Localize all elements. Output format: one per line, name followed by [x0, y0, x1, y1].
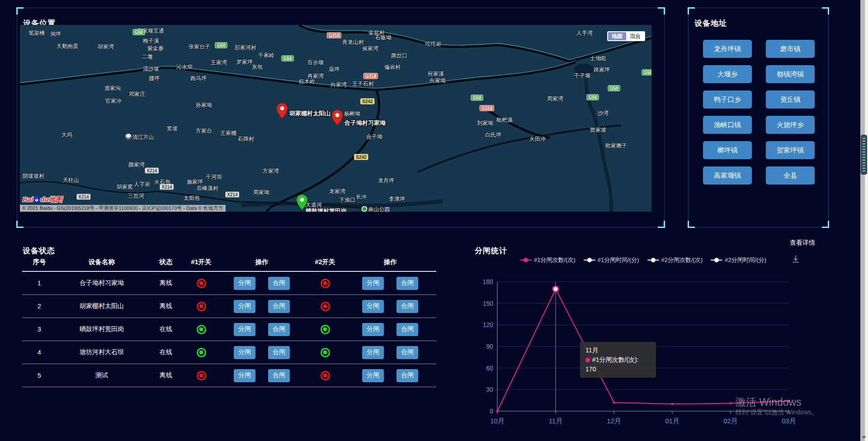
legend-item[interactable]: #2分闸时间/(分) — [711, 256, 766, 264]
map-place-label: 刘家坳 — [477, 119, 493, 127]
open-switch-button[interactable]: 分闸 — [362, 300, 384, 313]
open-switch-button[interactable]: 分闸 — [362, 323, 384, 336]
map-place-label: 贯坡 — [167, 125, 178, 133]
address-button[interactable]: 榔坪镇 — [703, 141, 752, 159]
map-place-label: 流沙坡 — [143, 65, 159, 73]
switch2-status — [306, 279, 344, 288]
address-button[interactable]: 高家堰镇 — [703, 166, 752, 185]
road-shield-g50: G50 — [608, 85, 620, 91]
map-place-label: 官家冲 — [105, 97, 122, 105]
legend-item[interactable]: #1分闸时间/(分) — [584, 256, 639, 264]
map-place-label: 干河坝 — [206, 173, 222, 181]
address-button[interactable]: 鸭子口乡 — [703, 90, 752, 109]
address-button[interactable]: 贺家坪镇 — [766, 141, 815, 159]
close-switch-button[interactable]: 合闸 — [396, 277, 418, 290]
close-switch-button[interactable]: 合闸 — [268, 300, 290, 313]
open-switch-button[interactable]: 分闸 — [362, 346, 384, 359]
map-place-label: 天鹅抱蛋 — [57, 43, 78, 50]
device-state: 在线 — [147, 348, 185, 356]
map-place-label: 洞坪 — [50, 30, 61, 38]
road-shield-x214: X214 — [160, 184, 174, 190]
switch1-status — [185, 325, 217, 334]
map-place-label: 王家棚 — [220, 129, 236, 137]
close-switch-button[interactable]: 合闸 — [396, 369, 418, 382]
road-shield-g50: G50 — [471, 95, 483, 101]
download-icon[interactable] — [791, 255, 800, 264]
open-switch-button[interactable]: 分闸 — [234, 323, 255, 336]
open-switch-button[interactable]: 分闸 — [234, 277, 255, 290]
map-place-label: 王家湾 — [211, 59, 227, 66]
legend-item[interactable]: #1分闸次数/(次) — [520, 256, 576, 264]
device-name: 合子坳村习家坳 — [57, 279, 147, 287]
map-place-label: 阴坡坡村 — [23, 172, 44, 180]
svg-text:11月: 11月 — [549, 417, 563, 425]
map-place-label: 杨树坳 — [344, 110, 360, 118]
close-switch-button[interactable]: 合闸 — [268, 277, 290, 290]
view-details-link[interactable]: 查看详情 — [790, 239, 815, 247]
baidu-map[interactable]: 笔架槽洞坪天鹅抱蛋胡家湾高家堰互通梅子溪紫金寨二墩流沙坡沁水坝张家台子王家湾腰坪… — [20, 25, 651, 212]
panel-title-device-address: 设备地址 — [694, 18, 727, 28]
page-scrollbar[interactable] — [860, 0, 868, 441]
address-button[interactable]: 全县 — [766, 166, 815, 185]
road-shield-g50: G50 — [282, 56, 294, 62]
address-button[interactable]: 都镇湾镇 — [766, 65, 815, 83]
map-toggle-hybrid[interactable]: 混合 — [626, 32, 644, 40]
address-button[interactable]: 渔峡口镇 — [703, 116, 752, 134]
map-marker-label: 晒鼓坪村荒田岗 — [306, 207, 347, 212]
close-switch-button[interactable]: 合闸 — [396, 323, 418, 336]
map-place-label: 欧家圈子 — [605, 142, 627, 150]
address-button[interactable]: 资丘镇 — [766, 90, 815, 109]
map-place-label: 龙舟坪 — [378, 177, 394, 185]
map-place-label: 人手湾 — [576, 29, 593, 37]
map-place-label: 后峰溪村 — [197, 185, 218, 192]
map-place-label: 南山公园 — [362, 206, 390, 212]
map-place-label: 颜家湾 — [128, 161, 145, 169]
map-marker-red[interactable]: 胡家棚村太阳山 — [277, 103, 288, 119]
road-shield-x214: X214 — [225, 192, 239, 198]
map-place-label: 李潭坪 — [389, 195, 405, 203]
status-dot-red — [197, 279, 206, 288]
close-switch-button[interactable]: 合闸 — [268, 369, 290, 382]
map-place-label: 千家岭 — [258, 52, 274, 59]
map-place-label: 人字岩 — [134, 180, 150, 188]
close-switch-button[interactable]: 合闸 — [396, 300, 418, 313]
legend-item[interactable]: #2分闸次数/(次) — [647, 256, 703, 264]
switch2-status — [306, 302, 344, 311]
column-header: 操作 — [217, 258, 306, 266]
open-switch-button[interactable]: 分闸 — [234, 300, 255, 313]
device-name: 塘坊河村大石坝 — [57, 348, 147, 356]
close-switch-button[interactable]: 合闸 — [396, 346, 418, 359]
map-place-label: 大坞 — [61, 131, 72, 139]
map-type-toggle[interactable]: 地图 混合 — [607, 31, 645, 41]
address-button[interactable]: 火烧坪乡 — [766, 116, 815, 134]
road-shield-s242: S242 — [354, 154, 368, 160]
legend-marker-icon — [584, 258, 595, 262]
map-place-label: 曾家坡 — [590, 126, 606, 134]
road-shield-g50: G50 — [587, 95, 599, 100]
address-button[interactable]: 龙舟坪镇 — [703, 40, 752, 58]
close-switch-button[interactable]: 合闸 — [268, 323, 290, 336]
address-button[interactable]: 磨市镇 — [766, 40, 815, 58]
svg-text:12月: 12月 — [607, 417, 621, 425]
table-row: 4塘坊河村大石坝在线分闸合闸分闸合闸 — [22, 341, 436, 364]
switch1-status — [185, 302, 217, 311]
map-place-label: 清江方山 — [126, 133, 154, 141]
status-dot-red — [321, 302, 330, 311]
map-toggle-map[interactable]: 地图 — [608, 32, 626, 40]
map-marker-red[interactable]: 合子坳村习家坳 — [332, 110, 343, 125]
scrollbar-thumb[interactable] — [861, 135, 867, 175]
device-name: 测试 — [57, 371, 147, 379]
open-switch-button[interactable]: 分闸 — [234, 369, 255, 382]
address-button[interactable]: 大堰乡 — [703, 65, 752, 83]
svg-text:180: 180 — [483, 278, 494, 285]
status-dot-red — [321, 371, 330, 380]
scrollbar-down-arrow-icon[interactable] — [862, 436, 866, 439]
road-shield-x214: X214 — [76, 194, 90, 200]
open-switch-button[interactable]: 分闸 — [362, 277, 384, 290]
open-switch-button[interactable]: 分闸 — [362, 369, 384, 382]
close-switch-button[interactable]: 合闸 — [268, 346, 290, 359]
map-place-label: 方家台 — [196, 127, 212, 135]
map-marker-green[interactable]: 晒鼓坪村荒田岗 — [297, 194, 307, 210]
open-switch-button[interactable]: 分闸 — [234, 346, 255, 359]
row-index: 1 — [22, 280, 57, 287]
